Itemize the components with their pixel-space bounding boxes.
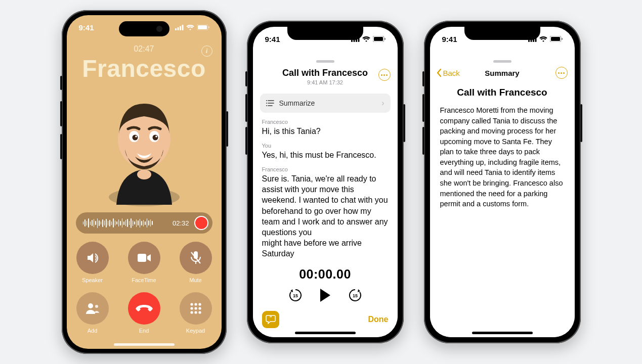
svg-point-24 <box>190 307 193 309</box>
chevron-right-icon: › <box>381 99 384 108</box>
contact-memoji <box>99 99 190 210</box>
svg-rect-36 <box>384 38 386 40</box>
svg-text:”: ” <box>269 315 272 321</box>
svg-point-13 <box>152 135 158 141</box>
battery-icon <box>197 24 209 30</box>
caller-name: Francesco <box>67 55 222 82</box>
more-options-button[interactable] <box>378 69 391 81</box>
svg-point-25 <box>194 307 197 309</box>
recording-duration: 02:32 <box>173 219 189 227</box>
svg-rect-5 <box>198 25 207 29</box>
skip-back-button[interactable]: 15 <box>288 288 303 303</box>
notch <box>464 27 540 40</box>
svg-rect-51 <box>551 37 560 41</box>
back-label: Back <box>443 69 460 77</box>
svg-point-42 <box>266 105 267 106</box>
facetime-label: FaceTime <box>132 277 156 283</box>
transcript-speaker: You <box>262 143 389 149</box>
end-label: End <box>139 328 149 334</box>
recording-pill[interactable]: 02:32 <box>76 212 212 234</box>
svg-point-23 <box>198 303 201 305</box>
svg-rect-35 <box>374 37 383 41</box>
wifi-icon <box>186 25 194 30</box>
nav-title: Summary <box>485 69 519 77</box>
svg-rect-1 <box>177 27 179 30</box>
dynamic-island <box>119 21 169 36</box>
status-time: 9:41 <box>442 35 457 43</box>
summary-sheet: Back Summary Call with Francesco Frances… <box>430 56 575 337</box>
wifi-icon <box>539 36 547 42</box>
chevron-left-icon <box>436 68 442 77</box>
quote-bubble-icon: ” <box>266 315 276 324</box>
svg-point-41 <box>266 103 267 104</box>
svg-point-40 <box>266 100 267 101</box>
record-button[interactable] <box>194 216 208 230</box>
back-button[interactable]: Back <box>436 68 460 77</box>
svg-rect-3 <box>182 25 183 30</box>
facetime-button[interactable]: FaceTime <box>128 242 160 283</box>
svg-point-20 <box>95 305 98 308</box>
svg-point-14 <box>155 135 157 138</box>
home-indicator[interactable] <box>295 332 356 334</box>
transcript-subtitle: 9:41 AM 17:32 <box>262 79 389 85</box>
svg-point-28 <box>194 311 197 313</box>
transcript-body[interactable]: Francesco Hi, is this Tania? You Yes, hi… <box>253 113 398 265</box>
svg-point-27 <box>190 311 193 313</box>
svg-text:15: 15 <box>292 293 297 298</box>
notch <box>287 27 363 40</box>
cellular-signal-icon <box>175 25 184 30</box>
svg-rect-0 <box>175 28 177 30</box>
svg-rect-46 <box>528 40 530 42</box>
speaker-label: Speaker <box>82 277 103 283</box>
speaker-icon <box>85 251 100 265</box>
summary-text: Francesco Moretti from the moving compan… <box>440 105 565 209</box>
mute-label: Mute <box>189 277 201 283</box>
transcript-text: Hi, is this Tania? <box>262 126 389 136</box>
phone-summary-screen: 9:41 Back Summary Call with Francesco Fr… <box>424 21 581 343</box>
phone-call-screen: 9:41 i 02:47 Francesco <box>62 10 227 354</box>
keypad-label: Keypad <box>186 328 205 334</box>
svg-point-22 <box>194 303 197 305</box>
home-indicator[interactable] <box>114 343 175 346</box>
summarize-list-icon <box>266 100 274 107</box>
phone-transcript-screen: 9:41 Call with Francesco 9:41 AM 17:32 S… <box>247 21 404 343</box>
call-controls: Speaker FaceTime Mute Add End Keypad <box>67 242 222 334</box>
more-options-button[interactable] <box>555 67 568 79</box>
svg-text:15: 15 <box>352 293 357 298</box>
add-button[interactable]: Add <box>76 292 109 334</box>
svg-rect-2 <box>180 26 181 30</box>
summary-heading: Call with Francesco <box>440 87 565 98</box>
transcript-sheet: Call with Francesco 9:41 AM 17:32 Summar… <box>253 56 398 337</box>
keypad-button[interactable]: Keypad <box>180 292 212 334</box>
call-duration: 02:47 <box>67 44 222 54</box>
skip-forward-button[interactable]: 15 <box>348 288 363 303</box>
transcript-text: Sure is. Tania, we're all ready to assis… <box>262 173 389 259</box>
transcript-speaker: Francesco <box>262 166 389 172</box>
svg-rect-30 <box>351 40 353 42</box>
play-button[interactable] <box>320 289 330 302</box>
svg-rect-52 <box>562 38 563 40</box>
status-time: 9:41 <box>265 35 280 43</box>
transcript-speaker: Francesco <box>262 119 389 125</box>
battery-icon <box>373 36 386 42</box>
battery-icon <box>550 36 563 42</box>
svg-rect-16 <box>138 254 146 262</box>
status-time: 9:41 <box>79 23 94 32</box>
done-button[interactable]: Done <box>368 315 389 324</box>
summarize-button[interactable]: Summarize › <box>260 94 391 113</box>
svg-point-15 <box>137 169 151 179</box>
end-call-button[interactable]: End <box>128 292 160 334</box>
mute-button[interactable]: Mute <box>180 242 212 283</box>
svg-point-10 <box>132 135 138 141</box>
audio-player: 00:00.00 15 15 <box>253 265 398 307</box>
svg-point-19 <box>88 303 93 308</box>
home-indicator[interactable] <box>472 332 533 334</box>
add-label: Add <box>88 328 98 334</box>
playback-time: 00:00.00 <box>253 267 398 282</box>
speaker-button[interactable]: Speaker <box>76 242 109 283</box>
svg-point-11 <box>135 135 137 138</box>
svg-point-26 <box>198 307 201 309</box>
quote-highlight-button[interactable]: ” <box>262 311 279 328</box>
wifi-icon <box>362 36 370 42</box>
video-camera-icon <box>137 253 151 263</box>
